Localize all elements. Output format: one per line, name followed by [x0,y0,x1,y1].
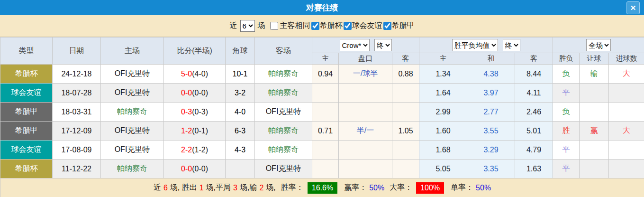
match-date: 18-03-31 [53,103,101,122]
result-cell: 平 [553,141,580,159]
home-team: OFI克里特 [101,141,164,159]
fulltime-score: 2-2 [181,146,192,154]
odd-rate-label: 单率： [451,183,473,193]
fulltime-score: 0-3 [181,108,192,116]
match-type: 希腊甲 [0,122,53,141]
summary-row: 近 6 场, 胜出 1 场,平局 3 场,输 2 场, 胜率： 16.6% 赢率… [0,178,644,197]
crow-away-odds [392,141,419,159]
avg-away-odds: 4.11 [515,84,553,103]
avg-home-odds: 1.68 [419,141,467,159]
summary-total: 6 [163,184,168,192]
avg-home-odds: 1.64 [419,84,467,103]
page-title: 对赛往绩 [306,2,338,13]
over-rate-label: 大率： [390,183,412,193]
col-header-home: 主场 [101,38,164,65]
result-cell: 平 [553,84,580,103]
summary-text-2: 场,平局 [206,183,231,193]
col-header-date: 日期 [53,38,101,65]
handicap-line: 半/一 [339,122,392,141]
result-cell: 胜 [553,122,580,141]
away-team: 帕纳察奇 [255,84,312,103]
recent-label: 近 [230,21,237,31]
games-label: 场 [258,21,265,31]
match-type: 球会友谊 [0,84,53,103]
score-cell: 0-0(0-0) [164,159,226,178]
halftime-score: (0-0) [192,165,208,173]
avg-odds-select[interactable]: 胜平负均值 [452,39,498,51]
avg-home-odds: 2.99 [419,103,467,122]
table-row: 希腊甲 18-03-31 帕纳察奇 0-3(0-3) 4-0 OFI克里特 2.… [0,103,644,122]
crow-away-odds [392,103,419,122]
avg-home-odds: 1.34 [419,65,467,84]
greek-cup-checkbox[interactable] [311,22,319,30]
table-row: 球会友谊 18-07-28 OFI克里特 0-0(0-0) 3-2 帕纳察奇 1… [0,84,644,103]
match-date: 11-12-22 [53,159,101,178]
competition-filter-greek-league[interactable]: 希腊甲 [382,21,415,31]
recent-count-select[interactable]: 6 [240,20,255,32]
avg-time-select[interactable]: 终 [503,39,520,51]
crow-away-odds: 1.05 [392,122,419,141]
head-to-head-window: 对赛往绩 ✕ 近 6 场 主客相同 希腊杯 球会友谊 希腊甲 [0,0,644,197]
head-to-head-table: 类型 日期 主场 比分(半场) 角球 客场 Crow* 终 胜平负均值 终 [0,37,644,197]
home-team: 帕纳察奇 [101,103,164,122]
greek-league-checkbox[interactable] [383,22,391,30]
fulltime-score: 5-0 [181,70,192,78]
crow-home-odds: 0.71 [312,122,339,141]
avg-draw-odds: 2.77 [467,103,515,122]
halftime-score: (4-0) [192,70,208,78]
col-header-type: 类型 [0,38,53,65]
away-team: OFI克里特 [255,103,312,122]
match-date: 17-08-09 [53,141,101,159]
close-button[interactable]: ✕ [626,1,640,14]
odd-rate: 50% [476,184,491,192]
summary-stats: 近 6 场, 胜出 1 场,平局 3 场,输 2 场, 胜率： 16.6% 赢率… [0,182,644,194]
corner-cell: 6-3 [226,122,255,141]
home-team: OFI克里特 [101,122,164,141]
handicap-odds-controls: Crow* 终 [312,38,419,53]
handicap-result-cell [580,159,609,178]
subcol-goals: 进球数 [609,53,644,65]
same-venue-checkbox[interactable] [270,22,278,30]
greek-league-label: 希腊甲 [392,21,415,31]
club-friendly-checkbox[interactable] [344,22,352,30]
competition-filter-greek-cup[interactable]: 希腊杯 [310,21,343,31]
crow-home-odds [312,141,339,159]
home-team: 帕纳察奇 [101,159,164,178]
summary-near-label: 近 [154,183,161,193]
table-row: 希腊杯 11-12-22 帕纳察奇 0-0(0-0) OFI克里特 5.05 3… [0,159,644,178]
bookmaker-select[interactable]: Crow* [340,39,370,51]
avg-away-odds: 2.46 [515,103,553,122]
over-rate-badge: 100% [416,182,444,194]
crow-home-odds: 0.94 [312,65,339,84]
home-team: OFI克里特 [101,65,164,84]
summary-draws: 3 [233,184,237,192]
avg-home-odds: 5.05 [419,159,467,178]
header-row-top: 类型 日期 主场 比分(半场) 角球 客场 Crow* 终 胜平负均值 终 [0,38,644,53]
col-header-away: 客场 [255,38,312,65]
win-rate-label: 胜率： [281,183,304,193]
goals-result-cell [609,84,644,103]
halftime-score: (0-3) [192,108,208,116]
handicap-time-select[interactable]: 终 [374,39,392,51]
title-bar: 对赛往绩 ✕ [0,0,644,15]
crow-away-odds [392,159,419,178]
scope-select[interactable]: 全场 [586,39,611,51]
table-row: 希腊杯 24-12-18 OFI克里特 5-0(4-0) 10-1 帕纳察奇 0… [0,65,644,84]
crow-away-odds [392,84,419,103]
avg-away-odds: 1.63 [515,159,553,178]
score-cell: 1-2(0-1) [164,122,226,141]
subcol-avg-draw: 和 [467,53,515,65]
avg-away-odds: 8.44 [515,65,553,84]
avg-away-odds: 5.01 [515,122,553,141]
away-team: 帕纳察奇 [255,65,312,84]
crow-home-odds [312,84,339,103]
subcol-crow-home: 主 [312,53,339,65]
avg-draw-odds: 3.97 [467,84,515,103]
corner-cell: 3-2 [226,84,255,103]
col-header-corner: 角球 [226,38,255,65]
summary-losses: 2 [259,184,263,192]
competition-filter-club-friendly[interactable]: 球会友谊 [343,21,382,31]
subcol-handicap: 盘口 [339,53,392,65]
handicap-result-cell [580,84,609,103]
summary-wins: 1 [200,184,204,192]
